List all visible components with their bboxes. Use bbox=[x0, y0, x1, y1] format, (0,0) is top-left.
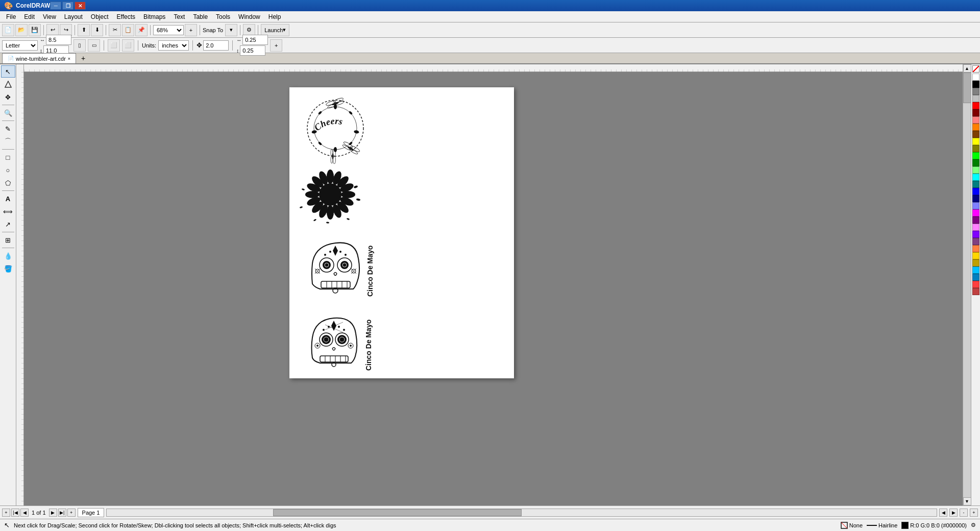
zoom-tool[interactable]: 🔍 bbox=[1, 107, 15, 119]
menu-help[interactable]: Help bbox=[264, 12, 285, 22]
color-swatch-cobalt[interactable] bbox=[972, 274, 979, 281]
color-swatch-peach[interactable] bbox=[972, 245, 979, 252]
color-swatch-darkgold[interactable] bbox=[972, 259, 979, 267]
undo-button[interactable]: ↩ bbox=[46, 24, 59, 36]
color-swatch-magenta[interactable] bbox=[972, 209, 979, 216]
text-tool[interactable]: A bbox=[1, 192, 15, 205]
color-swatch-olive[interactable] bbox=[972, 145, 979, 152]
color-swatch-gold[interactable] bbox=[972, 252, 979, 259]
menu-window[interactable]: Window bbox=[234, 12, 264, 22]
select-tool[interactable]: ↖ bbox=[1, 65, 15, 78]
color-swatch-orange[interactable] bbox=[972, 124, 979, 131]
blend-tool[interactable]: ⊞ bbox=[1, 234, 15, 246]
units-select[interactable]: inches mm cm bbox=[158, 40, 189, 51]
connector-tool[interactable]: ↗ bbox=[1, 218, 15, 230]
new-tab-button[interactable]: + bbox=[76, 53, 90, 63]
close-button[interactable]: ✕ bbox=[75, 2, 86, 10]
color-swatch-lightgreen[interactable] bbox=[972, 166, 979, 174]
freehand-tool[interactable]: ✎ bbox=[1, 123, 15, 135]
horizontal-scrollbar[interactable] bbox=[106, 509, 937, 517]
tab-close-button[interactable]: × bbox=[68, 56, 70, 61]
dimension-tool[interactable]: ⟺ bbox=[1, 205, 15, 218]
fill-tool[interactable]: 🪣 bbox=[1, 262, 15, 275]
cheers-wreath-art[interactable]: Cheers bbox=[300, 92, 371, 164]
color-swatch-black[interactable] bbox=[972, 81, 979, 88]
zoom-in-small-button[interactable]: + bbox=[970, 509, 978, 517]
scroll-down-button[interactable]: ▼ bbox=[963, 497, 971, 505]
rectangle-tool[interactable]: □ bbox=[1, 151, 15, 163]
page-settings-btn1[interactable]: ⬜ bbox=[108, 39, 120, 52]
color-swatch-red[interactable] bbox=[972, 102, 979, 109]
sunflower-art[interactable] bbox=[297, 164, 369, 225]
color-swatch-white[interactable] bbox=[972, 74, 979, 81]
restore-button[interactable]: ❐ bbox=[62, 2, 74, 10]
export-button[interactable]: ⬇ bbox=[91, 24, 103, 36]
open-button[interactable]: 📂 bbox=[15, 24, 28, 36]
paste-button[interactable]: 📌 bbox=[135, 24, 148, 36]
width-input[interactable] bbox=[46, 35, 71, 45]
scroll-up-button[interactable]: ▲ bbox=[963, 64, 971, 73]
no-fill-swatch[interactable] bbox=[972, 65, 979, 73]
cut-button[interactable]: ✂ bbox=[109, 24, 121, 36]
dropper-tool[interactable]: 💧 bbox=[1, 250, 15, 262]
color-swatch-coral[interactable] bbox=[972, 281, 979, 288]
color-swatch-gray[interactable] bbox=[972, 88, 979, 95]
add-page-after-button[interactable]: + bbox=[67, 509, 76, 517]
new-button[interactable]: 📄 bbox=[2, 24, 14, 36]
zoom-out-small-button[interactable]: - bbox=[960, 509, 968, 517]
page-settings-btn2[interactable]: ⬜ bbox=[122, 39, 134, 52]
import-button[interactable]: ⬆ bbox=[78, 24, 90, 36]
menu-effects[interactable]: Effects bbox=[113, 12, 139, 22]
drawing-canvas[interactable]: Cheers bbox=[24, 72, 971, 505]
canvas-area[interactable]: Cheers bbox=[16, 64, 971, 505]
zoom-select[interactable]: 68% 50% 100% bbox=[153, 25, 184, 35]
menu-tools[interactable]: Tools bbox=[212, 12, 234, 22]
menu-view[interactable]: View bbox=[39, 12, 60, 22]
scroll-left-button[interactable]: ◀ bbox=[939, 509, 947, 517]
smart-draw-tool[interactable]: ⌒ bbox=[1, 135, 15, 148]
add-page-button[interactable]: + bbox=[270, 39, 282, 52]
color-swatch-lime[interactable] bbox=[972, 152, 979, 159]
color-swatch-brown[interactable] bbox=[972, 131, 979, 138]
scroll-track-vertical[interactable] bbox=[963, 73, 971, 497]
landscape-button[interactable]: ▭ bbox=[88, 39, 100, 52]
minimize-button[interactable]: ─ bbox=[50, 2, 61, 10]
pan-tool[interactable]: ✥ bbox=[1, 91, 15, 103]
color-swatch-green[interactable] bbox=[972, 159, 979, 166]
ellipse-tool[interactable]: ○ bbox=[1, 164, 15, 176]
launch-button[interactable]: Launch ▾ bbox=[261, 24, 289, 36]
portrait-button[interactable]: ▯ bbox=[74, 39, 86, 52]
next-page-button[interactable]: ▶ bbox=[49, 509, 57, 517]
redo-button[interactable]: ↪ bbox=[60, 24, 72, 36]
save-button[interactable]: 💾 bbox=[29, 24, 41, 36]
color-swatch-navy[interactable] bbox=[972, 195, 979, 202]
color-swatch-silver[interactable] bbox=[972, 95, 979, 102]
color-swatch-mauve[interactable] bbox=[972, 238, 979, 245]
color-swatch-darkred[interactable] bbox=[972, 109, 979, 116]
last-page-button[interactable]: ▶| bbox=[58, 509, 66, 517]
menu-bitmaps[interactable]: Bitmaps bbox=[139, 12, 169, 22]
first-page-button[interactable]: |◀ bbox=[11, 509, 19, 517]
color-swatch-lightred[interactable] bbox=[972, 116, 979, 124]
nudge-input1[interactable] bbox=[203, 40, 229, 51]
settings-icon-area[interactable]: ⚙ bbox=[971, 522, 976, 528]
prev-page-button[interactable]: ◀ bbox=[20, 509, 29, 517]
color-swatch-darkbrick[interactable] bbox=[972, 288, 979, 295]
offset-input1[interactable] bbox=[242, 35, 268, 45]
page-tab[interactable]: Page 1 bbox=[78, 508, 105, 517]
color-swatch-pink[interactable] bbox=[972, 224, 979, 231]
color-swatch-cyan[interactable] bbox=[972, 174, 979, 181]
snap-to-button[interactable]: ▾ bbox=[225, 24, 237, 36]
node-edit-tool[interactable] bbox=[1, 78, 15, 90]
color-swatch-purple[interactable] bbox=[972, 216, 979, 224]
menu-layout[interactable]: Layout bbox=[60, 12, 87, 22]
copy-button[interactable]: 📋 bbox=[122, 24, 134, 36]
offset-input2[interactable] bbox=[240, 45, 265, 56]
color-swatch-blue[interactable] bbox=[972, 188, 979, 195]
menu-file[interactable]: File bbox=[2, 12, 20, 22]
document-tab[interactable]: 📄 wine-tumbler-art.cdr × bbox=[2, 53, 76, 63]
skull-two-art[interactable]: Cinco De Mayo bbox=[297, 307, 389, 373]
vertical-scrollbar[interactable]: ▲ ▼ bbox=[963, 64, 971, 505]
add-page-before-button[interactable]: + bbox=[2, 509, 10, 517]
color-swatch-yellow[interactable] bbox=[972, 138, 979, 145]
